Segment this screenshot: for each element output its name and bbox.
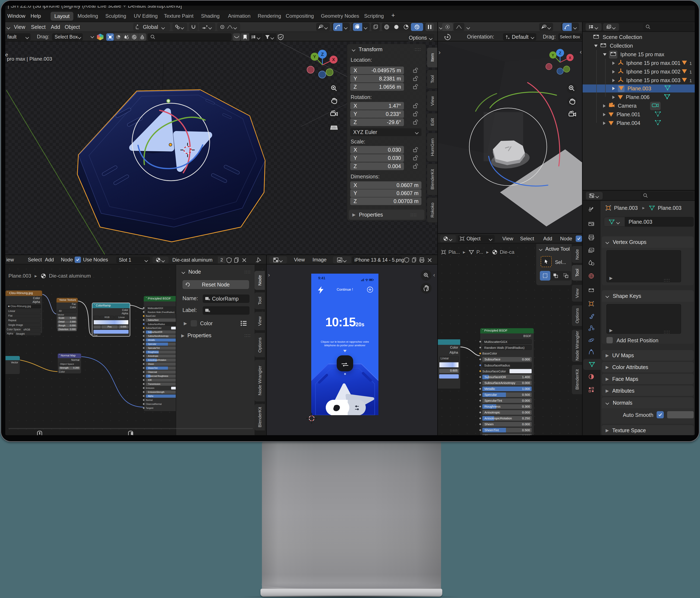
svg-text:Z: Z <box>321 52 324 57</box>
svg-text:‹: ‹ <box>580 48 582 55</box>
svg-text:Z: Z <box>559 51 561 55</box>
svg-text:Y: Y <box>313 54 316 59</box>
svg-text:X: X <box>332 57 335 62</box>
svg-text:Y: Y <box>552 53 554 57</box>
svg-text:›: › <box>439 49 441 56</box>
svg-text:X: X <box>569 56 571 60</box>
